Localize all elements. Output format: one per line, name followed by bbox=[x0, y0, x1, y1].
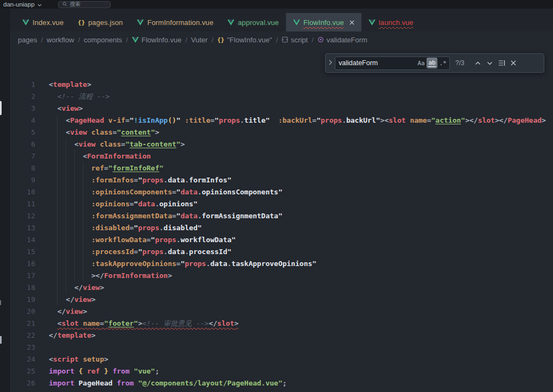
code-line[interactable]: 2 <!-- 流程 --> bbox=[10, 91, 553, 103]
code-line[interactable]: 6 <view class="tab-content"> bbox=[10, 138, 553, 150]
tab-Index.vue[interactable]: Index.vue bbox=[15, 13, 71, 31]
breadcrumb-item-FlowInfo.vue[interactable]: {}"FlowInfo.vue" bbox=[217, 36, 272, 44]
line-text: :formInfos="props.data.formInfos" bbox=[49, 174, 232, 186]
previous-match-button[interactable] bbox=[472, 57, 484, 69]
code-line[interactable]: 10 :opinionsComponents="data.opinionsCom… bbox=[10, 186, 553, 198]
tab-FlowInfo.vue[interactable]: FlowInfo.vue bbox=[286, 13, 361, 31]
line-number: 19 bbox=[10, 294, 35, 306]
code-line[interactable]: 14 :workflowData="props.workflowData" bbox=[10, 234, 553, 246]
workspace-name: dan-uniapp bbox=[3, 1, 35, 8]
code-line[interactable]: 22</template> bbox=[10, 330, 553, 342]
tab-FormInformation.vue[interactable]: FormInformation.vue bbox=[130, 13, 220, 31]
code-line[interactable]: 21 <slot name="footer"><!-- 审批意见 --></sl… bbox=[10, 318, 553, 330]
breadcrumb-item-workflow[interactable]: workflow bbox=[47, 36, 74, 44]
line-text: :formAssignmentData="data.formAssignment… bbox=[49, 210, 283, 222]
breadcrumb-separator: / bbox=[212, 36, 214, 44]
rail-decoration bbox=[0, 336, 2, 344]
breadcrumb-separator: / bbox=[78, 36, 80, 44]
chevron-right-icon bbox=[328, 58, 333, 68]
line-text: <template> bbox=[49, 79, 91, 91]
tab-pages.json[interactable]: {}pages.json bbox=[71, 13, 130, 31]
workspace-menu[interactable]: dan-uniapp bbox=[3, 1, 42, 8]
code-line[interactable]: 19 </view> bbox=[10, 294, 553, 306]
regex-button[interactable]: .* bbox=[437, 58, 448, 68]
breadcrumb-item-Vuter[interactable]: Vuter bbox=[191, 36, 208, 44]
breadcrumb-label: script bbox=[291, 36, 308, 44]
tab-bar-tabs: Index.vue{}pages.jsonFormInformation.vue… bbox=[15, 13, 421, 31]
line-number: 26 bbox=[10, 377, 35, 389]
code-line[interactable]: 20 </view> bbox=[10, 306, 553, 318]
code-line[interactable]: 23 bbox=[10, 342, 553, 353]
tab-label: FormInformation.vue bbox=[147, 18, 213, 27]
line-number: 5 bbox=[10, 127, 35, 138]
line-text: :disabled="props.disabled" bbox=[49, 222, 202, 234]
line-text: ></FormInformation> bbox=[49, 270, 172, 282]
line-number: 7 bbox=[10, 150, 35, 162]
line-text: :workflowData="props.workflowData" bbox=[49, 234, 236, 246]
breadcrumb-label: Vuter bbox=[191, 36, 208, 44]
code-line[interactable]: 9 :formInfos="props.data.formInfos" bbox=[10, 174, 553, 186]
code-line[interactable]: 18 </view> bbox=[10, 282, 553, 294]
tab-label: FlowInfo.vue bbox=[303, 18, 344, 27]
code-editor[interactable]: 1<template>2 <!-- 流程 -->3 <view>4 <PageH… bbox=[10, 48, 553, 392]
tab-label: approval.vue bbox=[238, 18, 279, 27]
breadcrumb-item-components[interactable]: components bbox=[84, 36, 122, 44]
breadcrumb-item-validateForm[interactable]: validateForm bbox=[317, 36, 367, 44]
line-number: 12 bbox=[10, 210, 35, 222]
vue-icon bbox=[293, 20, 300, 26]
line-number: 13 bbox=[10, 222, 35, 234]
line-number: 21 bbox=[10, 318, 35, 330]
match-case-button[interactable]: Aa bbox=[416, 58, 427, 68]
code-line[interactable]: 25import { ref } from "vue"; bbox=[10, 365, 553, 377]
titlebar-search-box[interactable]: 搜索 bbox=[58, 1, 111, 8]
code-line[interactable]: 24<script setup> bbox=[10, 353, 553, 365]
line-text: :taskApproveOpinions="props.data.taskApp… bbox=[49, 258, 316, 270]
code-line[interactable]: 11 :opinions="data.opinions" bbox=[10, 198, 553, 210]
breadcrumb-item-FlowInfo.vue[interactable]: FlowInfo.vue bbox=[132, 36, 182, 44]
code-line[interactable]: 1<template> bbox=[10, 79, 553, 91]
code-line[interactable]: 8 ref="formInfoRef" bbox=[10, 162, 553, 174]
code-line[interactable]: 3 <view> bbox=[10, 103, 553, 115]
code-line[interactable]: 13 :disabled="props.disabled" bbox=[10, 222, 553, 234]
breadcrumb-separator: / bbox=[41, 36, 43, 44]
code-line[interactable]: 26import PageHead from "@/components/lay… bbox=[10, 377, 553, 389]
close-find-button[interactable] bbox=[507, 57, 519, 69]
code-line[interactable]: 4 <PageHead v-if="!isInApp()" :title="pr… bbox=[10, 115, 553, 127]
find-in-selection-button[interactable] bbox=[495, 57, 507, 69]
code-line[interactable]: 15 :processId="props.data.processId" bbox=[10, 246, 553, 258]
find-input-box: Aa ab .* bbox=[335, 56, 450, 70]
line-number: 1 bbox=[10, 79, 35, 91]
line-number: 25 bbox=[10, 365, 35, 377]
braces-icon: {} bbox=[217, 36, 224, 43]
code-line[interactable]: 16 :taskApproveOpinions="props.data.task… bbox=[10, 258, 553, 270]
line-text: :opinions="data.opinions" bbox=[49, 198, 198, 210]
tab-launch.vue[interactable]: launch.vue bbox=[361, 13, 421, 31]
breadcrumb-label: components bbox=[84, 36, 122, 44]
breadcrumb-separator: / bbox=[312, 36, 314, 44]
toggle-replace-button[interactable] bbox=[326, 54, 335, 72]
code-line[interactable]: 17 ></FormInformation> bbox=[10, 270, 553, 282]
breadcrumb-item-pages[interactable]: pages bbox=[18, 36, 37, 44]
code-line[interactable]: 7 <FormInformation bbox=[10, 150, 553, 162]
breadcrumb-item-script[interactable]: script bbox=[282, 36, 308, 44]
search-icon bbox=[62, 2, 67, 8]
code-line[interactable]: 12 :formAssignmentData="data.formAssignm… bbox=[10, 210, 553, 222]
line-text: <FormInformation bbox=[49, 150, 151, 162]
method-icon bbox=[317, 36, 324, 43]
next-match-button[interactable] bbox=[484, 57, 495, 69]
line-number: 8 bbox=[10, 162, 35, 174]
whole-word-button[interactable]: ab bbox=[427, 58, 437, 68]
tab-approval.vue[interactable]: approval.vue bbox=[220, 13, 286, 31]
code-lines: 1<template>2 <!-- 流程 -->3 <view>4 <PageH… bbox=[10, 79, 553, 389]
close-icon[interactable] bbox=[349, 20, 354, 25]
code-line[interactable]: 5 <view class="content"> bbox=[10, 127, 553, 138]
indent-guide bbox=[57, 115, 58, 305]
line-number: 17 bbox=[10, 270, 35, 282]
line-text: <!-- 流程 --> bbox=[49, 91, 110, 103]
line-number: 10 bbox=[10, 186, 35, 198]
line-text: <view class="content"> bbox=[49, 127, 160, 138]
breadcrumb-label: validateForm bbox=[327, 36, 367, 44]
line-text: import PageHead from "@/components/layou… bbox=[49, 377, 287, 389]
find-input[interactable] bbox=[339, 59, 416, 67]
line-text: :processId="props.data.processId" bbox=[49, 246, 232, 258]
